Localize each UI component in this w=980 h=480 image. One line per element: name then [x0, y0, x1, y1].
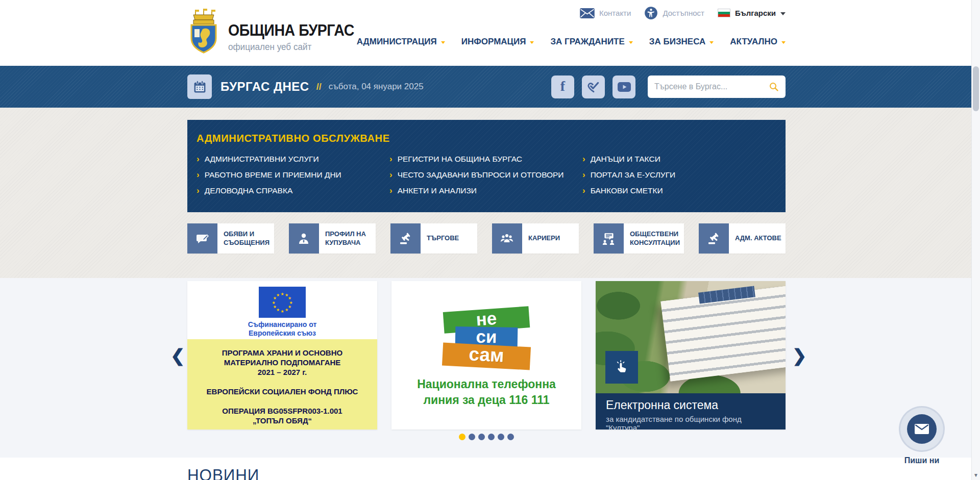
- carousel-dot-4[interactable]: [488, 434, 495, 440]
- banner-carousel: ★★★ ★★★ ★★★ ★★★ Съфинансирано от Европей…: [0, 278, 980, 458]
- chevron-down-icon: [530, 41, 534, 44]
- svg-text:★: ★: [272, 300, 275, 305]
- chevron-right-icon: ›: [389, 155, 393, 163]
- svg-text:★: ★: [280, 309, 284, 314]
- chevron-right-icon: ›: [582, 186, 585, 195]
- chevron-right-icon: ›: [197, 170, 200, 179]
- carousel-next-arrow[interactable]: ❯: [792, 347, 807, 364]
- carousel-dot-6[interactable]: [507, 434, 514, 440]
- tile-careers[interactable]: КАРИЕРИ: [492, 223, 579, 254]
- site-header: ОБЩИНА БУРГАС официален уеб сайт Контакт…: [0, 0, 980, 66]
- social-buttons: f: [551, 75, 635, 98]
- bulgarian-flag-icon: [718, 9, 730, 17]
- administrative-services-panel: АДМИНИСТРАТИВНО ОБСЛУЖВАНЕ ›АДМИНИСТРАТИ…: [187, 120, 786, 212]
- carousel-dot-1[interactable]: [459, 434, 465, 440]
- slide-culture-fund[interactable]: Електронна система за кандидатстване по …: [596, 281, 786, 430]
- burgas-today-title[interactable]: БУРГАС ДНЕС: [220, 80, 309, 94]
- nav-actual[interactable]: АКТУАЛНО: [730, 37, 786, 47]
- burgas-coat-of-arms-icon: [187, 7, 220, 55]
- write-to-us-button[interactable]: [907, 414, 937, 444]
- announcement-edit-icon: [195, 232, 210, 246]
- link-administrative-services[interactable]: ›АДМИНИСТРАТИВНИ УСЛУГИ: [197, 155, 389, 164]
- slide-children-helpline[interactable]: не си сам Национална телефонна линия за …: [391, 281, 581, 430]
- calendar-icon: [193, 80, 207, 94]
- panel-links: ›АДМИНИСТРАТИВНИ УСЛУГИ ›РЕГИСТРИ НА ОБЩ…: [197, 155, 772, 195]
- link-label: БАНКОВИ СМЕТКИ: [591, 186, 663, 195]
- link-records-check[interactable]: ›ДЕЛОВОДНА СПРАВКА: [197, 186, 389, 195]
- carousel-prev-arrow[interactable]: ❮: [170, 347, 185, 364]
- scrollbar-down-arrow[interactable]: ▼: [972, 472, 980, 478]
- link-registers[interactable]: ›РЕГИСТРИ НА ОБЩИНА БУРГАС: [389, 155, 582, 164]
- chevron-down-icon: [629, 41, 633, 44]
- svg-text:★: ★: [285, 308, 288, 312]
- chevron-right-icon: ›: [582, 170, 585, 179]
- main-navigation: АДМИНИСТРАЦИЯ ИНФОРМАЦИЯ ЗА ГРАЖДАНИТЕ З…: [357, 37, 786, 47]
- svg-text:★: ★: [288, 305, 291, 309]
- tile-administrative-acts[interactable]: АДМ. АКТОВЕ: [699, 223, 786, 254]
- nav-label: ИНФОРМАЦИЯ: [461, 37, 526, 47]
- facebook-icon: f: [560, 78, 565, 94]
- chevron-right-icon: ›: [582, 155, 585, 163]
- news-section: НОВИНИ: [0, 458, 980, 480]
- site-logo[interactable]: ОБЩИНА БУРГАС официален уеб сайт: [187, 7, 365, 55]
- slide-subtitle: за кандидатстване по общински фонд "Култ…: [606, 415, 775, 430]
- link-bank-accounts[interactable]: ›БАНКОВИ СМЕТКИ: [582, 186, 772, 195]
- nav-label: ЗА БИЗНЕСА: [649, 37, 705, 47]
- nav-for-citizens[interactable]: ЗА ГРАЖДАНИТЕ: [550, 37, 632, 47]
- language-label: Български: [735, 9, 776, 17]
- eu-programme-text: ПРОГРАМА ХРАНИ И ОСНОВНО МАТЕРИАЛНО ПОДП…: [187, 339, 377, 430]
- chevron-right-icon: ›: [389, 170, 393, 179]
- site-title: ОБЩИНА БУРГАС: [228, 21, 354, 40]
- chevron-down-icon: [780, 12, 786, 15]
- contacts-label: Контакти: [599, 9, 631, 17]
- slide-eu-food-programme[interactable]: ★★★ ★★★ ★★★ ★★★ Съфинансирано от Европей…: [187, 281, 377, 430]
- gavel-icon: [398, 232, 412, 246]
- facebook-button[interactable]: f: [551, 75, 574, 98]
- tile-buyer-profile[interactable]: ПРОФИЛ НА КУПУВАЧА: [289, 223, 376, 254]
- link-label: РЕГИСТРИ НА ОБЩИНА БУРГАС: [398, 155, 522, 164]
- nav-administration[interactable]: АДМИНИСТРАЦИЯ: [357, 37, 445, 47]
- carousel-dot-3[interactable]: [478, 434, 485, 440]
- scrollbar-thumb[interactable]: [973, 66, 979, 111]
- accessibility-label: Достъпност: [663, 9, 704, 17]
- calendar-button[interactable]: [187, 74, 212, 99]
- link-label: АДМИНИСТРАТИВНИ УСЛУГИ: [205, 155, 319, 164]
- current-date: събота, 04 януари 2025: [329, 82, 424, 92]
- separator: //: [316, 82, 322, 92]
- link-working-hours[interactable]: ›РАБОТНО ВРЕМЕ И ПРИЕМНИ ДНИ: [197, 170, 389, 180]
- link-label: АНКЕТИ И АНАЛИЗИ: [398, 186, 477, 195]
- tile-public-consultations[interactable]: ОБЩЕСТВЕНИ КОНСУЛТАЦИИ: [594, 223, 684, 254]
- tile-auctions[interactable]: ТЪРГОВЕ: [390, 223, 477, 254]
- accessibility-link[interactable]: Достъпност: [644, 6, 704, 20]
- news-title: НОВИНИ: [187, 458, 940, 480]
- youtube-button[interactable]: [612, 75, 635, 98]
- people-group-icon: [500, 232, 514, 246]
- language-selector[interactable]: Български: [718, 9, 786, 17]
- search-icon[interactable]: [769, 82, 779, 92]
- eu-cofinance-caption: Съфинансирано от Европейския съюз: [248, 320, 317, 338]
- search-input[interactable]: [654, 82, 769, 91]
- eu-flag-icon: ★★★ ★★★ ★★★ ★★★: [259, 287, 306, 318]
- page-scrollbar[interactable]: ▼: [971, 0, 980, 480]
- carousel-dot-5[interactable]: [498, 434, 504, 440]
- chevron-right-icon: ›: [389, 186, 393, 195]
- chevron-right-icon: ›: [197, 186, 200, 195]
- tile-label: ОБЩЕСТВЕНИ КОНСУЛТАЦИИ: [624, 230, 684, 247]
- tile-label: ТЪРГОВЕ: [421, 234, 463, 243]
- nav-information[interactable]: ИНФОРМАЦИЯ: [461, 37, 534, 47]
- carousel-dot-2[interactable]: [469, 434, 475, 440]
- link-surveys[interactable]: ›АНКЕТИ И АНАЛИЗИ: [389, 186, 582, 195]
- tile-label: ОБЯВИ И СЪОБЩЕНИЯ: [217, 230, 274, 247]
- quick-tiles: ОБЯВИ И СЪОБЩЕНИЯ ПРОФИЛ НА КУПУВАЧА ТЪР…: [187, 223, 786, 254]
- link-eservices-portal[interactable]: ›ПОРТАЛ ЗА Е-УСЛУГИ: [582, 170, 772, 180]
- link-faq[interactable]: ›ЧЕСТО ЗАДАВАНИ ВЪПРОСИ И ОТГОВОРИ: [389, 170, 582, 180]
- gavel-icon: [706, 232, 721, 246]
- contacts-link[interactable]: Контакти: [580, 8, 631, 18]
- buyer-person-icon: [297, 232, 311, 246]
- link-taxes[interactable]: ›ДАНЪЦИ И ТАКСИ: [582, 155, 772, 164]
- check-badge-button[interactable]: [582, 75, 605, 98]
- tile-announcements[interactable]: ОБЯВИ И СЪОБЩЕНИЯ: [187, 223, 274, 254]
- nav-for-business[interactable]: ЗА БИЗНЕСА: [649, 37, 714, 47]
- link-label: ДАНЪЦИ И ТАКСИ: [591, 155, 660, 164]
- search-box: [648, 75, 786, 98]
